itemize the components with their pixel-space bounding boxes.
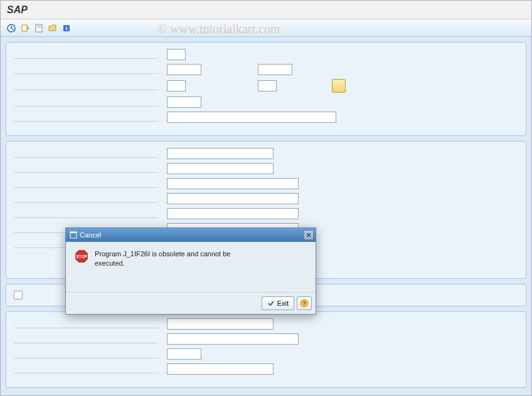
dialog-title-bar: Cancel <box>66 228 316 242</box>
field-label <box>14 81 158 90</box>
panel-1 <box>6 42 526 136</box>
input-field[interactable] <box>167 80 186 91</box>
info-button[interactable]: i <box>61 23 72 34</box>
svg-text:STOP: STOP <box>76 254 87 259</box>
field-label <box>14 149 158 158</box>
dialog-close-button[interactable] <box>304 230 314 240</box>
dialog-title: Cancel <box>80 231 101 239</box>
check-icon <box>267 300 275 307</box>
input-field[interactable] <box>167 318 274 330</box>
svg-text:?: ? <box>302 300 306 306</box>
field-label <box>14 365 158 373</box>
input-field[interactable] <box>167 96 201 108</box>
field-label <box>14 164 158 173</box>
input-field[interactable] <box>167 112 336 123</box>
open-button[interactable] <box>47 23 58 34</box>
svg-rect-10 <box>70 232 77 233</box>
field-label <box>14 209 158 218</box>
exit-button-label: Exit <box>277 300 289 307</box>
field-label <box>14 98 158 107</box>
window-title: SAP <box>1 1 531 19</box>
exit-button[interactable]: Exit <box>262 296 294 310</box>
panel-3 <box>6 311 526 388</box>
input-field[interactable] <box>167 163 274 174</box>
input-field[interactable] <box>167 148 274 159</box>
field-label <box>14 50 158 59</box>
new-button[interactable] <box>33 23 45 34</box>
svg-rect-5 <box>37 26 41 26</box>
input-field[interactable] <box>167 193 299 204</box>
input-field[interactable] <box>167 333 299 345</box>
input-field[interactable] <box>258 64 292 75</box>
content-area <box>1 37 531 395</box>
input-field[interactable] <box>167 208 299 219</box>
field-label <box>14 320 158 328</box>
svg-rect-4 <box>36 24 42 32</box>
input-field[interactable] <box>167 363 274 375</box>
input-field[interactable] <box>167 64 201 75</box>
field-label <box>14 335 158 343</box>
input-field[interactable] <box>167 178 299 189</box>
svg-line-2 <box>11 28 13 29</box>
field-label <box>14 113 158 122</box>
checkbox[interactable] <box>14 291 23 300</box>
field-label <box>14 350 158 358</box>
field-label <box>14 179 158 188</box>
stop-icon: STOP <box>75 249 88 263</box>
execute-button[interactable] <box>6 23 17 34</box>
svg-rect-3 <box>22 25 27 31</box>
help-button[interactable]: ? <box>297 296 312 310</box>
input-field[interactable] <box>167 348 201 360</box>
get-variant-button[interactable] <box>19 23 31 34</box>
svg-rect-6 <box>37 27 41 28</box>
dialog-message: Program J_1IF26I is obsolete and cannot … <box>95 248 258 287</box>
application-toolbar: i <box>1 19 531 37</box>
cancel-dialog: Cancel STOP Program J_1IF26I is obsolete… <box>65 227 316 315</box>
field-label <box>14 65 158 74</box>
input-field[interactable] <box>258 80 277 91</box>
dialog-system-icon <box>70 231 77 239</box>
input-field[interactable] <box>167 49 186 60</box>
help-icon: ? <box>300 299 309 308</box>
field-label <box>14 194 158 203</box>
multiple-selection-button[interactable] <box>332 79 346 93</box>
